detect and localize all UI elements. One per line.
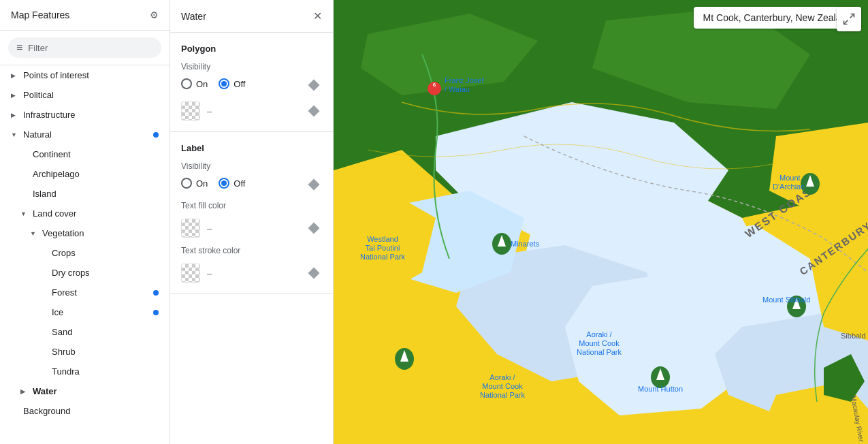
nav-item-label: Sand <box>52 327 72 337</box>
svg-text:Westland: Westland <box>367 235 398 243</box>
sidebar: Map Features ⚙ ≡ Filter ▶Points of inter… <box>0 0 170 444</box>
polygon-off-option[interactable]: Off <box>219 78 245 89</box>
nav-item-label: Background <box>23 406 70 416</box>
svg-text:Franz Josef: Franz Josef <box>445 76 484 84</box>
label-on-option[interactable]: On <box>181 178 208 189</box>
svg-text:Minarets: Minarets <box>511 240 540 248</box>
svg-text:Mount Cook: Mount Cook <box>482 382 523 390</box>
chevron-icon: ▼ <box>11 131 19 138</box>
svg-text:Mount Sibbald: Mount Sibbald <box>762 296 810 304</box>
sidebar-item-drycrops[interactable]: Dry crops <box>0 263 170 283</box>
label-off-option[interactable]: Off <box>219 178 245 189</box>
sidebar-item-tundra[interactable]: Tundra <box>0 362 170 381</box>
label-on-label: On <box>196 178 208 189</box>
sidebar-item-continent[interactable]: Continent <box>0 144 170 164</box>
sidebar-item-water[interactable]: ▶Water <box>0 381 170 401</box>
svg-line-56 <box>850 14 854 18</box>
polygon-off-label: Off <box>234 79 245 89</box>
svg-text:Mount Hutton: Mount Hutton <box>638 385 683 393</box>
svg-text:Mount: Mount <box>779 174 801 182</box>
sidebar-item-background[interactable]: Background <box>0 401 170 421</box>
chevron-icon: ▶ <box>11 72 19 79</box>
svg-text:National Park: National Park <box>360 253 406 261</box>
svg-text:National Park: National Park <box>577 348 622 356</box>
label-visibility-label: Visibility <box>181 161 322 171</box>
label-visibility-diamond[interactable] <box>306 176 322 193</box>
polygon-on-radio[interactable] <box>181 78 192 89</box>
sidebar-item-landcover[interactable]: ▼Land cover <box>0 204 170 223</box>
sidebar-title: Map Features <box>11 10 69 20</box>
sidebar-item-archipelago[interactable]: Archipelago <box>0 164 170 184</box>
svg-text:Aoraki /: Aoraki / <box>489 373 515 381</box>
modified-dot <box>153 310 159 315</box>
nav-item-label: Crops <box>52 248 76 258</box>
nav-item-label: Natural <box>23 129 52 140</box>
sidebar-item-political[interactable]: ▶Political <box>0 85 170 105</box>
filter-icon: ≡ <box>16 42 22 54</box>
nav-tree: ▶Points of interest▶Political▶Infrastruc… <box>0 65 170 444</box>
expand-button[interactable] <box>837 7 861 31</box>
polygon-fill-color-swatch[interactable] <box>181 101 200 121</box>
polygon-visibility-diamond[interactable] <box>306 77 322 93</box>
sidebar-item-infrastructure[interactable]: ▶Infrastructure <box>0 105 170 125</box>
sidebar-item-natural[interactable]: ▼Natural <box>0 125 170 144</box>
chevron-icon: ▶ <box>11 92 19 99</box>
text-stroke-color-value: – <box>207 268 299 279</box>
close-icon[interactable]: ✕ <box>313 10 322 22</box>
filter-bar: ≡ Filter <box>0 31 170 65</box>
nav-item-label: Land cover <box>33 208 76 219</box>
polygon-fill-color-value: – <box>207 106 299 116</box>
modified-dot <box>153 290 159 296</box>
nav-item-label: Vegetation <box>42 228 84 238</box>
text-fill-color-diamond[interactable] <box>306 220 322 236</box>
gear-icon[interactable]: ⚙ <box>150 10 159 20</box>
label-section: Label Visibility On Off Text fill color … <box>170 132 333 294</box>
sidebar-item-poi[interactable]: ▶Points of interest <box>0 65 170 85</box>
location-text: Mt Cook, Canterbury, New Zealand <box>703 12 852 23</box>
nav-item-label: Water <box>33 386 57 396</box>
text-fill-color-swatch[interactable] <box>181 219 200 238</box>
sidebar-item-forest[interactable]: Forest <box>0 283 170 302</box>
sidebar-item-vegetation[interactable]: ▼Vegetation <box>0 223 170 243</box>
svg-text:National Park: National Park <box>480 391 526 399</box>
label-section-title: Label <box>181 143 322 153</box>
svg-text:Tai Poutini: Tai Poutini <box>366 244 400 252</box>
nav-item-label: Tundra <box>52 366 80 377</box>
map-svg: WEST COAST CANTERBURY WEST COAST CANTERB… <box>334 0 868 444</box>
expand-icon <box>842 12 856 26</box>
text-fill-color-value: – <box>207 223 299 234</box>
text-stroke-color-swatch[interactable] <box>181 264 200 283</box>
text-stroke-color-diamond[interactable] <box>306 265 322 281</box>
nav-item-label: Continent <box>33 149 71 159</box>
polygon-off-radio[interactable] <box>219 78 229 89</box>
nav-item-label: Shrub <box>52 347 76 357</box>
polygon-on-option[interactable]: On <box>181 78 208 89</box>
polygon-fill-color-diamond[interactable] <box>306 103 322 119</box>
nav-item-label: Infrastructure <box>23 110 76 120</box>
map-area: WEST COAST CANTERBURY WEST COAST CANTERB… <box>334 0 868 444</box>
sidebar-item-shrub[interactable]: Shrub <box>0 342 170 362</box>
nav-item-label: Forest <box>52 287 77 298</box>
detail-panel: Water ✕ Polygon Visibility On Off <box>170 0 334 444</box>
nav-item-label: Archipelago <box>33 169 80 179</box>
svg-text:Aoraki /: Aoraki / <box>586 330 612 338</box>
label-off-label: Off <box>234 178 245 189</box>
nav-item-label: Dry crops <box>52 268 90 278</box>
sidebar-item-island[interactable]: Island <box>0 184 170 204</box>
label-on-radio[interactable] <box>181 178 192 189</box>
chevron-icon: ▼ <box>30 230 38 237</box>
sidebar-header: Map Features ⚙ <box>0 0 170 31</box>
polygon-visibility-label: Visibility <box>181 62 322 72</box>
sidebar-item-crops[interactable]: Crops <box>0 243 170 263</box>
polygon-on-label: On <box>196 79 208 89</box>
filter-input-container[interactable]: ≡ Filter <box>8 37 161 58</box>
label-off-radio[interactable] <box>219 178 229 189</box>
chevron-icon: ▶ <box>11 112 19 118</box>
polygon-section-title: Polygon <box>181 44 322 54</box>
svg-text:Sibbald: Sibbald <box>841 332 866 340</box>
text-fill-color-row: – <box>181 219 322 238</box>
text-stroke-color-label: Text stroke color <box>181 246 322 255</box>
sidebar-item-ice[interactable]: Ice <box>0 302 170 322</box>
chevron-icon: ▶ <box>20 388 29 395</box>
sidebar-item-sand[interactable]: Sand <box>0 322 170 342</box>
